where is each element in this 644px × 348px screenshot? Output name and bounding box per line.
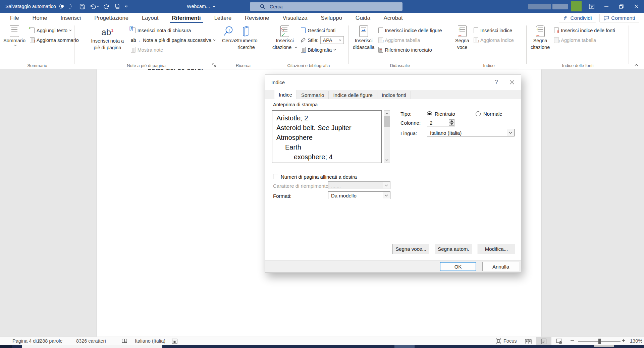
proofing-errors-icon[interactable] bbox=[122, 339, 128, 344]
customize-qat-icon[interactable] bbox=[125, 5, 128, 8]
tab-revisione[interactable]: Revisione bbox=[238, 13, 276, 23]
collapse-ribbon-icon[interactable] bbox=[635, 64, 638, 66]
print-preview-box[interactable]: Aristotle; 2 Asteroid belt. See Jupiter … bbox=[272, 110, 382, 163]
insert-footnote-button[interactable]: ab1 Inserisci nota a piè di pagina bbox=[89, 23, 126, 51]
update-toc-button[interactable]: ! Aggiorna sommario bbox=[28, 35, 81, 45]
print-layout-button[interactable] bbox=[536, 337, 551, 346]
redo-icon[interactable] bbox=[104, 4, 110, 9]
radio-rientrato[interactable] bbox=[427, 111, 432, 116]
right-align-page-numbers-checkbox[interactable] bbox=[273, 174, 278, 179]
tab-layout[interactable]: Layout bbox=[135, 13, 165, 23]
scroll-down-icon[interactable] bbox=[384, 157, 390, 163]
next-footnote-button[interactable]: ab→ Nota a piè di pagina successiva bbox=[128, 35, 218, 45]
bibliography-button[interactable]: → Bibliografia bbox=[299, 45, 346, 55]
scroll-up-icon[interactable] bbox=[384, 111, 390, 116]
search-input[interactable]: Cerca bbox=[250, 2, 402, 11]
zoom-in-icon[interactable] bbox=[622, 339, 626, 343]
zoom-slider-thumb[interactable] bbox=[598, 339, 601, 344]
dialog-launcher-icon[interactable] bbox=[212, 63, 216, 67]
undo-icon[interactable] bbox=[90, 4, 99, 9]
cancel-button[interactable]: Annulla bbox=[482, 262, 519, 271]
read-mode-button[interactable] bbox=[521, 337, 536, 346]
tab-progettazione[interactable]: Progettazione bbox=[88, 13, 135, 23]
document-title[interactable]: Webcam... bbox=[187, 0, 215, 13]
restore-button[interactable] bbox=[614, 0, 629, 13]
web-layout-button[interactable] bbox=[551, 337, 567, 346]
language-select[interactable]: Italiano (Italia) bbox=[427, 129, 515, 136]
formats-select[interactable]: Da modello bbox=[328, 191, 390, 199]
close-button[interactable] bbox=[629, 0, 644, 13]
chevron-down-icon[interactable] bbox=[507, 129, 514, 136]
tab-visualizza[interactable]: Visualizza bbox=[276, 13, 314, 23]
chevron-down-icon[interactable] bbox=[383, 192, 390, 198]
char-count[interactable]: 8326 caratteri bbox=[76, 338, 106, 344]
add-text-button[interactable]: + Aggiungi testo bbox=[28, 25, 81, 35]
dialog-tab-indice[interactable]: Indice bbox=[274, 90, 297, 99]
insert-endnote-button[interactable]: [i] Inserisci nota di chiusura bbox=[128, 25, 218, 35]
automark-button[interactable]: Segna autom. bbox=[435, 244, 472, 254]
tab-acrobat[interactable]: Acrobat bbox=[377, 13, 410, 23]
scrollbar-thumb[interactable] bbox=[384, 116, 390, 127]
share-button[interactable]: Condividi bbox=[559, 14, 596, 22]
columns-stepper[interactable]: 2 bbox=[427, 119, 455, 126]
dialog-tab-indice-figure[interactable]: Indice delle figure bbox=[328, 91, 377, 99]
preview-scrollbar[interactable] bbox=[384, 110, 390, 163]
print-preview-icon[interactable] bbox=[114, 4, 120, 9]
spin-up-icon[interactable] bbox=[449, 119, 454, 123]
user-name-redacted-2 bbox=[552, 4, 568, 9]
dialog-close-icon[interactable] bbox=[507, 78, 516, 86]
researcher-button[interactable]: Strumento ricerche bbox=[235, 23, 258, 50]
radio-rientrato-label[interactable]: Rientrato bbox=[435, 111, 455, 117]
chevron-down-icon[interactable] bbox=[383, 182, 390, 188]
tab-leader-select[interactable]: ....... bbox=[328, 181, 390, 189]
mark-entry-dialog-button[interactable]: Segna voce... bbox=[392, 244, 429, 254]
radio-normale-label[interactable]: Normale bbox=[483, 111, 502, 117]
spin-down-icon[interactable] bbox=[449, 123, 454, 126]
autosave-toggle[interactable] bbox=[59, 4, 71, 9]
insert-caption-button[interactable]: Inserisci didascalia bbox=[353, 23, 375, 50]
dialog-tab-indice-fonti[interactable]: Indice fonti bbox=[377, 91, 411, 99]
avatar[interactable] bbox=[571, 1, 582, 11]
tab-inserisci[interactable]: Inserisci bbox=[54, 13, 88, 23]
cross-reference-button[interactable]: − Riferimento incrociato bbox=[376, 45, 444, 55]
mark-entry-button[interactable]: + − Segna voce bbox=[455, 23, 469, 50]
tab-file[interactable]: File bbox=[3, 13, 26, 23]
comments-button[interactable]: Commenti bbox=[599, 14, 639, 22]
ok-button[interactable]: OK bbox=[440, 262, 476, 271]
update-authorities-button[interactable]: ! Aggiorna tabella bbox=[552, 35, 617, 45]
mark-entry-icon: + − bbox=[458, 25, 467, 37]
save-icon[interactable] bbox=[79, 4, 85, 9]
insert-table-of-authorities-button[interactable]: ≡ Inserisci indice delle fonti bbox=[552, 25, 617, 35]
insert-table-of-figures-button[interactable]: Inserisci indice delle figure bbox=[376, 25, 444, 35]
language-indicator[interactable]: Italiano (Italia) bbox=[135, 338, 165, 344]
modify-button[interactable]: Modifica... bbox=[478, 244, 515, 254]
show-notes-button[interactable]: Mostra note bbox=[128, 45, 218, 55]
lingua-label: Lingua: bbox=[400, 130, 417, 136]
tab-riferimenti[interactable]: Riferimenti bbox=[165, 13, 208, 23]
insert-index-button[interactable]: Inserisci indice bbox=[471, 25, 516, 35]
focus-mode-button[interactable]: Focus bbox=[496, 338, 517, 344]
toc-button[interactable]: Sommario bbox=[3, 23, 25, 46]
ribbon-display-options-icon[interactable] bbox=[584, 0, 599, 13]
right-align-checkbox-label[interactable]: Numeri di pagina allineati a destra bbox=[281, 174, 357, 180]
dialog-tab-sommario[interactable]: Sommario bbox=[297, 91, 329, 99]
manage-sources-button[interactable]: Gestisci fonti bbox=[299, 25, 346, 35]
radio-normale[interactable] bbox=[476, 111, 481, 116]
search-ribbon-button[interactable]: i Cerca bbox=[222, 23, 235, 44]
tab-lettere[interactable]: Lettere bbox=[208, 13, 238, 23]
tab-home[interactable]: Home bbox=[26, 13, 54, 23]
insert-citation-button[interactable]: (-) ✓ Inserisci citazione bbox=[272, 23, 297, 50]
mark-citation-button[interactable]: + − Segna citazione bbox=[531, 23, 550, 50]
page-indicator[interactable]: Pagina 4 di 4 bbox=[12, 338, 41, 344]
update-index-button[interactable]: ! Aggiorna indice bbox=[471, 35, 516, 45]
update-table-button[interactable]: ! Aggiorna tabella bbox=[376, 35, 444, 45]
word-count[interactable]: 1288 parole bbox=[37, 338, 63, 344]
citation-style-select[interactable]: APA bbox=[320, 36, 344, 44]
tab-guida[interactable]: Guida bbox=[349, 13, 377, 23]
macro-record-icon[interactable] bbox=[172, 339, 177, 344]
zoom-level[interactable]: 130% bbox=[630, 338, 642, 344]
zoom-out-icon[interactable] bbox=[570, 339, 574, 343]
minimize-button[interactable] bbox=[599, 0, 614, 13]
help-icon[interactable]: ? bbox=[493, 79, 500, 85]
tab-sviluppo[interactable]: Sviluppo bbox=[314, 13, 349, 23]
